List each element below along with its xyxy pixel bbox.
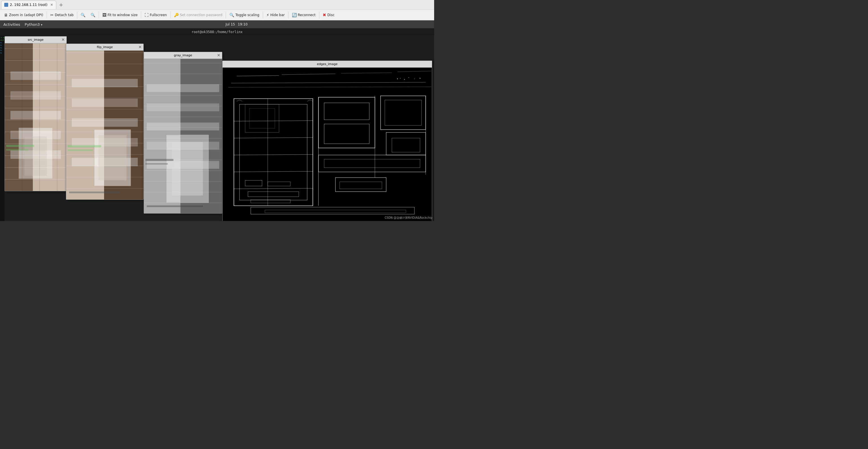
zoom-in-label: Zoom in (adapt DPI) <box>9 13 43 17</box>
svg-rect-1 <box>5 43 33 191</box>
edges-image-svg <box>223 68 432 221</box>
fit-label: Fit to window size <box>107 13 137 17</box>
svg-rect-10 <box>6 145 34 147</box>
separator8 <box>288 11 288 19</box>
zoom-out-button[interactable]: 🔍 <box>88 11 98 19</box>
gray-image-title: gray_image <box>174 54 192 57</box>
set-password-button[interactable]: 🔑 Set connection password <box>172 11 224 19</box>
watermark-text: CSDN @边缘计算NVIDIA&Rockchip <box>385 216 432 219</box>
system-bar: Activities Python3 ▾ Jul 15 19:10 <box>0 20 434 28</box>
disconnect-button[interactable]: ✖ Disc <box>320 11 337 19</box>
fit-window-button[interactable]: 🖼 Fit to window size <box>100 11 140 19</box>
src-image-close[interactable]: ✕ <box>61 38 65 41</box>
src-image-titlebar: src_image ✕ <box>5 36 66 43</box>
python3-label: Python3 <box>25 22 40 27</box>
gray-image-body <box>144 59 222 213</box>
toggle-scaling-button[interactable]: 🔍 Toggle scaling <box>227 11 261 19</box>
flip-image-body <box>66 51 144 200</box>
fit-icon: 🖼 <box>102 13 106 17</box>
detach-tab-button[interactable]: ✂ Detach tab <box>48 11 76 19</box>
svg-rect-6 <box>10 131 61 139</box>
monitor-icon: 🖥 <box>4 13 8 17</box>
svg-rect-20 <box>94 129 131 186</box>
svg-point-76 <box>414 79 415 79</box>
svg-rect-38 <box>223 68 432 221</box>
src-image-content <box>5 43 66 191</box>
svg-rect-21 <box>98 135 126 180</box>
close-icon[interactable]: ✕ <box>50 3 53 7</box>
svg-rect-32 <box>147 161 219 169</box>
svg-point-77 <box>420 78 421 79</box>
disconnect-label: Disc <box>327 13 334 17</box>
tab-label: 2. 192.168.1.11 (root) <box>10 3 48 7</box>
separator <box>46 11 47 19</box>
flip-image-content <box>66 51 144 200</box>
svg-rect-29 <box>147 103 219 111</box>
separator5 <box>170 11 170 19</box>
toolbar: 🖥 Zoom in (adapt DPI) ✂ Detach tab 🔍 🔍 🖼… <box>0 10 434 20</box>
left-terminal-strip: 3.11 Draf4.0 b Draf bbb bb <box>0 36 4 221</box>
svg-rect-12 <box>66 51 144 200</box>
activities-button[interactable]: Activities <box>3 22 20 27</box>
active-tab[interactable]: 2. 192.168.1.11 (root) ✕ <box>1 1 56 9</box>
reconnect-button[interactable]: 🔄 Reconnect <box>290 11 318 19</box>
svg-point-75 <box>408 77 409 78</box>
terminal-text: 3.11 Draf4.0 b Draf bbb bb <box>0 36 4 55</box>
system-date: Jul 15 <box>225 22 235 26</box>
lightning-icon: ⚡ <box>267 13 269 17</box>
flip-image-titlebar: flip_image ✕ <box>66 44 144 51</box>
edges-image-title: edges_image <box>317 62 338 66</box>
svg-rect-14 <box>104 51 144 200</box>
system-time: 19:10 <box>238 22 248 26</box>
separator3 <box>99 11 99 19</box>
svg-rect-35 <box>145 159 174 161</box>
separator4 <box>141 11 141 19</box>
svg-rect-27 <box>181 59 222 213</box>
src-image-body <box>5 43 66 191</box>
svg-rect-28 <box>147 84 219 92</box>
gray-image-window: gray_image ✕ <box>144 52 222 214</box>
svg-rect-22 <box>68 145 101 147</box>
svg-point-74 <box>404 79 405 80</box>
separator7 <box>263 11 263 19</box>
zoom-in-button[interactable]: 🔍 <box>79 11 88 19</box>
key-icon: 🔑 <box>174 13 179 17</box>
src-image-window: src_image ✕ <box>4 36 67 191</box>
close-x-icon: ✖ <box>323 12 327 18</box>
svg-rect-26 <box>144 59 181 213</box>
svg-rect-4 <box>10 91 61 99</box>
edges-image-window: edges_image <box>222 61 432 221</box>
separator9 <box>319 11 319 19</box>
src-image-title: src_image <box>28 38 43 41</box>
svg-rect-37 <box>147 205 203 207</box>
svg-rect-9 <box>24 137 46 176</box>
terminal-path: root@ok3588:/home/forlinx <box>191 30 243 34</box>
fullscreen-button[interactable]: ⛶ Fullscreen <box>142 11 169 19</box>
svg-rect-17 <box>72 118 138 127</box>
tab-icon <box>4 3 8 7</box>
svg-rect-25 <box>144 59 222 213</box>
tab-bar: 2. 192.168.1.11 (root) ✕ + <box>0 0 434 10</box>
svg-rect-3 <box>10 71 61 80</box>
svg-rect-34 <box>172 142 203 196</box>
zoom-in-icon: 🔍 <box>81 13 85 17</box>
python3-menu[interactable]: Python3 ▾ <box>25 22 42 27</box>
separator2 <box>77 11 77 19</box>
gray-image-titlebar: gray_image ✕ <box>144 52 222 59</box>
svg-rect-8 <box>19 128 53 179</box>
flip-image-title: flip_image <box>97 45 113 49</box>
gray-image-close[interactable]: ✕ <box>217 53 220 57</box>
hide-bar-button[interactable]: ⚡ Hide bar <box>264 11 287 19</box>
windows-area: 3.11 Draf4.0 b Draf bbb bb src_image ✕ <box>0 36 434 221</box>
svg-rect-36 <box>145 163 168 164</box>
svg-point-72 <box>397 78 398 79</box>
svg-rect-0 <box>5 43 66 191</box>
add-tab-button[interactable]: + <box>57 1 65 8</box>
flip-image-close[interactable]: ✕ <box>138 45 142 49</box>
gray-image-content <box>144 59 222 213</box>
svg-rect-7 <box>10 151 61 159</box>
gray-image-svg <box>144 59 222 213</box>
edges-image-content <box>223 68 432 221</box>
zoom-in-dpi-button[interactable]: 🖥 Zoom in (adapt DPI) <box>2 11 45 19</box>
svg-rect-23 <box>68 149 93 151</box>
